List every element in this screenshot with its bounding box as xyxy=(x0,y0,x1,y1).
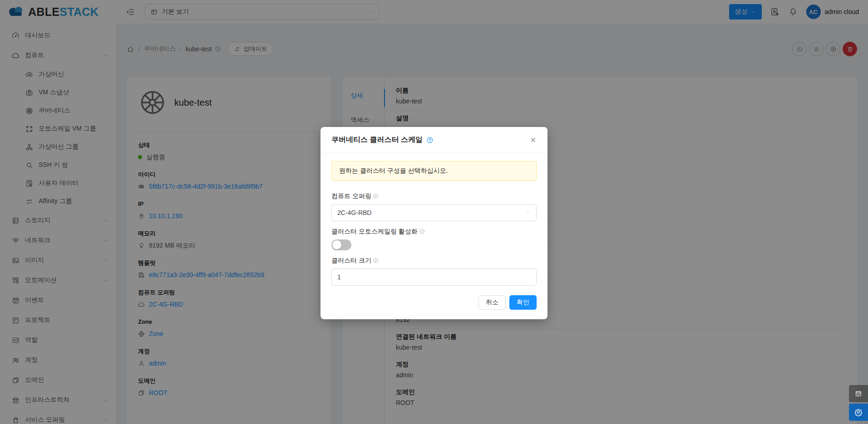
modal-footer: 취소 확인 xyxy=(321,286,547,319)
question-circle-icon[interactable] xyxy=(426,136,434,144)
autoscale-toggle[interactable] xyxy=(331,239,351,250)
info-circle-icon[interactable] xyxy=(373,193,379,199)
scale-cluster-modal: 쿠버네티스 클러스터 스케일 원하는 클러스터 구성을 선택하십시오. 컴퓨트 … xyxy=(321,127,547,319)
cluster-size-input[interactable] xyxy=(331,268,537,286)
autoscale-label: 클러스터 오토스케일링 활성화 xyxy=(331,227,537,236)
compute-offering-label: 컴퓨트 오퍼링 xyxy=(331,191,537,200)
toggle-knob xyxy=(332,240,341,249)
chevron-down-icon xyxy=(525,210,531,215)
compute-offering-select[interactable]: 2C-4G-RBD xyxy=(331,204,537,221)
app-screen: ABLESTACK 대시보드 컴퓨트 가상머신 VM 스냅샷 쿠버네티스 오토스… xyxy=(0,0,868,424)
event-log-button[interactable] xyxy=(849,385,868,402)
confirm-button[interactable]: 확인 xyxy=(509,295,537,310)
compute-offering-value: 2C-4G-RBD xyxy=(337,209,371,216)
floating-buttons xyxy=(849,385,868,421)
info-alert: 원하는 클러스터 구성을 선택하십시오. xyxy=(331,161,537,181)
close-icon[interactable] xyxy=(530,136,537,143)
modal-header: 쿠버네티스 클러스터 스케일 xyxy=(321,127,547,153)
cluster-size-label: 클러스터 크기 xyxy=(331,256,537,265)
modal-title: 쿠버네티스 클러스터 스케일 xyxy=(331,135,434,145)
gear-icon xyxy=(854,408,863,416)
settings-button[interactable] xyxy=(849,404,868,421)
calendar-check-icon xyxy=(855,390,862,397)
modal-body: 원하는 클러스터 구성을 선택하십시오. 컴퓨트 오퍼링 2C-4G-RBD 클… xyxy=(321,153,547,286)
info-circle-icon[interactable] xyxy=(373,258,379,263)
cancel-button[interactable]: 취소 xyxy=(478,295,506,310)
info-circle-icon[interactable] xyxy=(419,229,425,234)
